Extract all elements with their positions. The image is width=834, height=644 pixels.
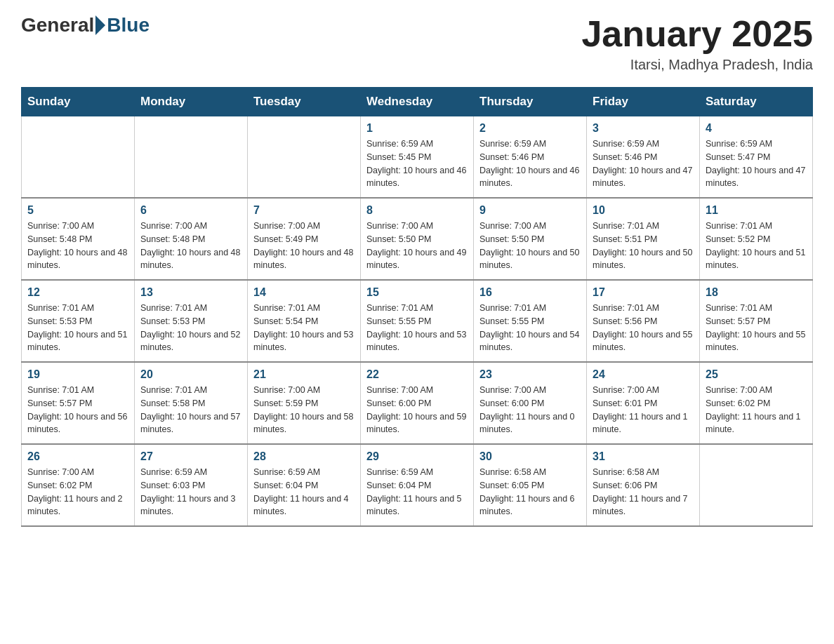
header-saturday: Saturday <box>700 88 813 116</box>
day-number: 15 <box>366 286 468 299</box>
day-info: Sunrise: 7:01 AMSunset: 5:53 PMDaylight:… <box>140 302 241 354</box>
day-number: 25 <box>706 368 807 381</box>
day-info: Sunrise: 7:00 AMSunset: 5:50 PMDaylight:… <box>366 220 468 272</box>
calendar-table: SundayMondayTuesdayWednesdayThursdayFrid… <box>21 87 813 527</box>
day-number: 1 <box>366 122 468 135</box>
header-tuesday: Tuesday <box>248 88 361 116</box>
calendar-cell: 30Sunrise: 6:58 AMSunset: 6:05 PMDayligh… <box>474 444 587 526</box>
day-number: 8 <box>366 204 468 217</box>
location: Itarsi, Madhya Pradesh, India <box>581 57 813 73</box>
day-number: 23 <box>479 368 581 381</box>
day-number: 26 <box>27 450 128 463</box>
day-info: Sunrise: 7:00 AMSunset: 5:49 PMDaylight:… <box>253 220 355 272</box>
calendar-cell <box>135 116 248 199</box>
day-info: Sunrise: 6:59 AMSunset: 5:46 PMDaylight:… <box>479 137 581 190</box>
day-info: Sunrise: 7:00 AMSunset: 5:48 PMDaylight:… <box>27 220 128 272</box>
day-number: 12 <box>27 286 128 299</box>
day-info: Sunrise: 7:00 AMSunset: 5:48 PMDaylight:… <box>140 220 241 272</box>
calendar-cell: 18Sunrise: 7:01 AMSunset: 5:57 PMDayligh… <box>700 280 813 362</box>
title-block: January 2025 Itarsi, Madhya Pradesh, Ind… <box>581 14 813 73</box>
day-number: 21 <box>253 368 355 381</box>
day-number: 11 <box>706 204 807 217</box>
day-info: Sunrise: 7:01 AMSunset: 5:53 PMDaylight:… <box>27 302 128 354</box>
calendar-cell: 21Sunrise: 7:00 AMSunset: 5:59 PMDayligh… <box>248 362 361 444</box>
calendar-week-5: 26Sunrise: 7:00 AMSunset: 6:02 PMDayligh… <box>22 444 813 526</box>
header-sunday: Sunday <box>22 88 135 116</box>
calendar-cell: 8Sunrise: 7:00 AMSunset: 5:50 PMDaylight… <box>361 198 474 280</box>
day-number: 31 <box>593 450 694 463</box>
calendar-cell: 3Sunrise: 6:59 AMSunset: 5:46 PMDaylight… <box>587 116 700 199</box>
page-header: General Blue January 2025 Itarsi, Madhya… <box>21 14 813 73</box>
day-info: Sunrise: 7:01 AMSunset: 5:55 PMDaylight:… <box>366 302 468 354</box>
day-number: 4 <box>706 122 807 135</box>
logo: General Blue <box>21 14 150 36</box>
calendar-cell: 13Sunrise: 7:01 AMSunset: 5:53 PMDayligh… <box>135 280 248 362</box>
day-info: Sunrise: 6:59 AMSunset: 5:47 PMDaylight:… <box>706 137 807 190</box>
day-number: 7 <box>253 204 355 217</box>
day-info: Sunrise: 7:01 AMSunset: 5:51 PMDaylight:… <box>593 220 694 272</box>
calendar-cell: 11Sunrise: 7:01 AMSunset: 5:52 PMDayligh… <box>700 198 813 280</box>
calendar-cell: 16Sunrise: 7:01 AMSunset: 5:55 PMDayligh… <box>474 280 587 362</box>
calendar-week-1: 1Sunrise: 6:59 AMSunset: 5:45 PMDaylight… <box>22 116 813 199</box>
calendar-cell: 29Sunrise: 6:59 AMSunset: 6:04 PMDayligh… <box>361 444 474 526</box>
calendar-cell: 6Sunrise: 7:00 AMSunset: 5:48 PMDaylight… <box>135 198 248 280</box>
logo-triangle-icon <box>95 15 105 35</box>
calendar-cell <box>22 116 135 199</box>
calendar-header-row: SundayMondayTuesdayWednesdayThursdayFrid… <box>22 88 813 116</box>
day-info: Sunrise: 7:01 AMSunset: 5:57 PMDaylight:… <box>706 302 807 354</box>
calendar-cell: 23Sunrise: 7:00 AMSunset: 6:00 PMDayligh… <box>474 362 587 444</box>
day-info: Sunrise: 6:59 AMSunset: 6:04 PMDaylight:… <box>366 466 468 518</box>
day-number: 28 <box>253 450 355 463</box>
calendar-cell: 28Sunrise: 6:59 AMSunset: 6:04 PMDayligh… <box>248 444 361 526</box>
day-info: Sunrise: 7:00 AMSunset: 5:50 PMDaylight:… <box>479 220 581 272</box>
day-number: 17 <box>593 286 694 299</box>
day-info: Sunrise: 7:01 AMSunset: 5:55 PMDaylight:… <box>479 302 581 354</box>
day-info: Sunrise: 7:00 AMSunset: 6:01 PMDaylight:… <box>593 384 694 436</box>
calendar-cell: 12Sunrise: 7:01 AMSunset: 5:53 PMDayligh… <box>22 280 135 362</box>
day-number: 27 <box>140 450 241 463</box>
calendar-cell: 31Sunrise: 6:58 AMSunset: 6:06 PMDayligh… <box>587 444 700 526</box>
calendar-week-2: 5Sunrise: 7:00 AMSunset: 5:48 PMDaylight… <box>22 198 813 280</box>
day-number: 5 <box>27 204 128 217</box>
calendar-cell: 10Sunrise: 7:01 AMSunset: 5:51 PMDayligh… <box>587 198 700 280</box>
day-info: Sunrise: 6:59 AMSunset: 6:03 PMDaylight:… <box>140 466 241 518</box>
day-info: Sunrise: 7:00 AMSunset: 6:02 PMDaylight:… <box>706 384 807 436</box>
calendar-cell: 15Sunrise: 7:01 AMSunset: 5:55 PMDayligh… <box>361 280 474 362</box>
day-number: 16 <box>479 286 581 299</box>
day-info: Sunrise: 7:00 AMSunset: 6:02 PMDaylight:… <box>27 466 128 518</box>
day-number: 10 <box>593 204 694 217</box>
day-info: Sunrise: 7:00 AMSunset: 6:00 PMDaylight:… <box>366 384 468 436</box>
day-number: 2 <box>479 122 581 135</box>
day-number: 24 <box>593 368 694 381</box>
day-info: Sunrise: 7:00 AMSunset: 6:00 PMDaylight:… <box>479 384 581 436</box>
header-friday: Friday <box>587 88 700 116</box>
calendar-cell: 26Sunrise: 7:00 AMSunset: 6:02 PMDayligh… <box>22 444 135 526</box>
header-wednesday: Wednesday <box>361 88 474 116</box>
calendar-cell: 19Sunrise: 7:01 AMSunset: 5:57 PMDayligh… <box>22 362 135 444</box>
day-info: Sunrise: 6:59 AMSunset: 6:04 PMDaylight:… <box>253 466 355 518</box>
calendar-cell: 17Sunrise: 7:01 AMSunset: 5:56 PMDayligh… <box>587 280 700 362</box>
day-info: Sunrise: 7:01 AMSunset: 5:54 PMDaylight:… <box>253 302 355 354</box>
day-number: 13 <box>140 286 241 299</box>
day-number: 22 <box>366 368 468 381</box>
day-number: 9 <box>479 204 581 217</box>
day-number: 20 <box>140 368 241 381</box>
calendar-week-3: 12Sunrise: 7:01 AMSunset: 5:53 PMDayligh… <box>22 280 813 362</box>
calendar-cell: 27Sunrise: 6:59 AMSunset: 6:03 PMDayligh… <box>135 444 248 526</box>
calendar-cell <box>248 116 361 199</box>
calendar-cell: 24Sunrise: 7:00 AMSunset: 6:01 PMDayligh… <box>587 362 700 444</box>
logo-general: General <box>21 14 94 36</box>
header-monday: Monday <box>135 88 248 116</box>
calendar-cell: 22Sunrise: 7:00 AMSunset: 6:00 PMDayligh… <box>361 362 474 444</box>
logo-blue: Blue <box>107 14 150 36</box>
calendar-cell: 1Sunrise: 6:59 AMSunset: 5:45 PMDaylight… <box>361 116 474 199</box>
calendar-cell: 5Sunrise: 7:00 AMSunset: 5:48 PMDaylight… <box>22 198 135 280</box>
day-number: 19 <box>27 368 128 381</box>
day-info: Sunrise: 7:01 AMSunset: 5:56 PMDaylight:… <box>593 302 694 354</box>
calendar-cell: 20Sunrise: 7:01 AMSunset: 5:58 PMDayligh… <box>135 362 248 444</box>
day-info: Sunrise: 6:59 AMSunset: 5:46 PMDaylight:… <box>593 137 694 190</box>
day-info: Sunrise: 6:58 AMSunset: 6:06 PMDaylight:… <box>593 466 694 518</box>
calendar-cell: 2Sunrise: 6:59 AMSunset: 5:46 PMDaylight… <box>474 116 587 199</box>
month-title: January 2025 <box>581 14 813 54</box>
calendar-cell: 14Sunrise: 7:01 AMSunset: 5:54 PMDayligh… <box>248 280 361 362</box>
